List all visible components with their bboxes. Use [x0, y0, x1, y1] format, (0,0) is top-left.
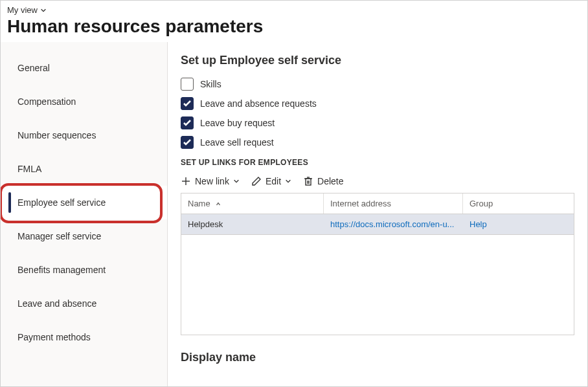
- sidebar-item-manager-self-service[interactable]: Manager self service: [1, 219, 167, 253]
- sidebar-item-label: Employee self service: [17, 197, 106, 208]
- sidebar-item-label: Benefits management: [17, 265, 106, 275]
- sidebar: General Compensation Number sequences FM…: [1, 42, 168, 387]
- page-title: Human resources parameters: [7, 16, 581, 37]
- sidebar-item-label: Manager self service: [17, 231, 101, 241]
- sidebar-item-fmla[interactable]: FMLA: [1, 152, 167, 186]
- plus-icon: [181, 176, 191, 186]
- main-content: Set up Employee self service Skills Leav…: [168, 42, 587, 387]
- trash-icon: [303, 176, 313, 186]
- section-title: Set up Employee self service: [181, 54, 574, 67]
- svg-rect-2: [306, 179, 311, 185]
- checkbox-skills-row: Skills: [181, 78, 574, 91]
- cell-name: Helpdesk: [181, 214, 324, 234]
- checkbox-leave-sell-row: Leave sell request: [181, 136, 574, 149]
- cell-address[interactable]: https://docs.microsoft.com/en-u...: [324, 214, 463, 234]
- table-header: Name Internet address Group: [181, 194, 574, 214]
- column-header-name[interactable]: Name: [181, 194, 324, 214]
- sidebar-item-compensation[interactable]: Compensation: [1, 85, 167, 118]
- sidebar-item-label: Number sequences: [17, 130, 96, 140]
- sidebar-item-label: General: [17, 63, 50, 73]
- view-selector[interactable]: My view: [7, 5, 47, 15]
- chevron-down-icon: [285, 178, 291, 184]
- checkbox-skills[interactable]: [181, 78, 194, 91]
- checkbox-label: Leave sell request: [200, 137, 274, 148]
- new-link-button[interactable]: New link: [181, 176, 240, 186]
- pencil-icon: [251, 176, 262, 186]
- sidebar-item-label: FMLA: [17, 164, 41, 174]
- links-toolbar: New link Edit Delete: [181, 173, 574, 193]
- edit-button[interactable]: Edit: [251, 176, 291, 186]
- checkbox-label: Leave buy request: [200, 118, 275, 128]
- sidebar-item-label: Leave and absence: [17, 298, 96, 309]
- sidebar-item-payment-methods[interactable]: Payment methods: [1, 320, 167, 354]
- column-header-group[interactable]: Group: [463, 194, 574, 214]
- sidebar-item-benefits-management[interactable]: Benefits management: [1, 253, 167, 287]
- display-name-heading: Display name: [181, 351, 574, 364]
- sidebar-item-number-sequences[interactable]: Number sequences: [1, 118, 167, 152]
- sidebar-item-label: Payment methods: [17, 332, 91, 342]
- sort-ascending-icon: [215, 201, 221, 208]
- checkbox-leave-buy[interactable]: [181, 116, 194, 129]
- edit-label: Edit: [266, 176, 281, 186]
- chevron-down-icon: [40, 7, 47, 14]
- delete-button[interactable]: Delete: [303, 176, 343, 186]
- sidebar-item-label: Compensation: [17, 96, 76, 107]
- checkbox-leave-absence[interactable]: [181, 97, 194, 110]
- links-table: Name Internet address Group Helpdesk htt…: [181, 193, 574, 335]
- sidebar-item-leave-and-absence[interactable]: Leave and absence: [1, 287, 167, 320]
- delete-label: Delete: [317, 176, 343, 186]
- view-selector-label: My view: [7, 5, 38, 15]
- checkbox-leave-sell[interactable]: [181, 136, 194, 149]
- checkbox-leave-absence-row: Leave and absence requests: [181, 97, 574, 110]
- links-subheading: SET UP LINKS FOR EMPLOYEES: [181, 158, 574, 167]
- checkbox-label: Skills: [200, 79, 221, 89]
- checkbox-leave-buy-row: Leave buy request: [181, 116, 574, 129]
- column-header-address[interactable]: Internet address: [324, 194, 463, 214]
- table-row[interactable]: Helpdesk https://docs.microsoft.com/en-u…: [181, 214, 574, 235]
- sidebar-item-employee-self-service[interactable]: Employee self service: [1, 186, 167, 219]
- checkbox-label: Leave and absence requests: [200, 98, 317, 109]
- new-link-label: New link: [195, 176, 229, 186]
- sidebar-item-general[interactable]: General: [1, 51, 167, 85]
- chevron-down-icon: [233, 178, 240, 184]
- cell-group[interactable]: Help: [463, 214, 574, 234]
